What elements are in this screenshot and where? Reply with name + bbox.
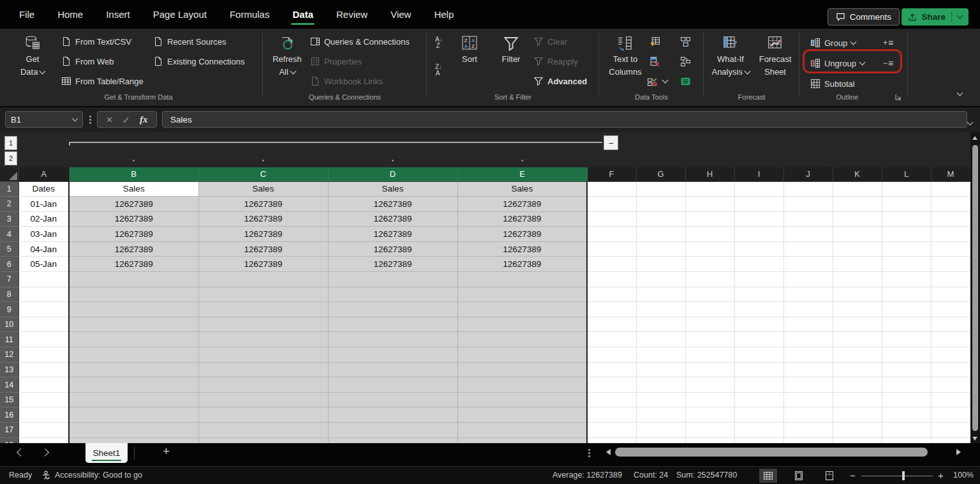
cell-A4[interactable]: 03-Jan (19, 227, 69, 242)
cell-G9[interactable] (636, 302, 685, 317)
cell-G13[interactable] (636, 362, 685, 377)
column-header-I[interactable]: I (734, 167, 783, 181)
cell-A1[interactable]: Dates (19, 181, 69, 197)
cell-G8[interactable] (636, 287, 685, 302)
cell-F11[interactable] (587, 332, 636, 347)
cell-F10[interactable] (587, 317, 636, 332)
cell-C1[interactable]: Sales (198, 181, 328, 197)
cell-I15[interactable] (734, 392, 783, 407)
cell-D3[interactable]: 12627389 (328, 211, 457, 227)
cell-H14[interactable] (685, 377, 734, 393)
cell-J16[interactable] (783, 407, 833, 423)
cell-M16[interactable] (931, 407, 970, 423)
cell-H4[interactable] (685, 227, 734, 242)
text-to-columns-button[interactable]: Text to Columns (605, 35, 646, 77)
cell-F7[interactable] (587, 272, 636, 287)
column-header-B[interactable]: B (69, 167, 198, 181)
cell-A18[interactable] (19, 437, 69, 443)
cell-K13[interactable] (833, 362, 882, 377)
cell-H18[interactable] (685, 437, 734, 443)
sheet-tab-sheet1[interactable]: Sheet1 (85, 443, 128, 463)
cell-E15[interactable] (457, 392, 587, 407)
cell-A16[interactable] (19, 407, 69, 423)
scroll-up-icon[interactable] (972, 136, 977, 140)
cell-K4[interactable] (833, 227, 882, 242)
cell-K15[interactable] (833, 392, 882, 407)
cell-I12[interactable] (734, 347, 783, 363)
cell-M17[interactable] (931, 423, 970, 438)
cell-H1[interactable] (685, 181, 734, 197)
cell-M1[interactable] (931, 181, 970, 197)
cell-G11[interactable] (636, 332, 685, 347)
what-if-analysis-button[interactable]: What-If Analysis (708, 35, 753, 77)
cell-L18[interactable] (882, 437, 931, 443)
cell-K1[interactable] (833, 181, 882, 197)
scrollbar-splitter-handle[interactable] (588, 449, 590, 457)
cell-G1[interactable] (636, 181, 685, 197)
get-data-button[interactable]: Get Data (15, 35, 50, 77)
refresh-all-button[interactable]: Refresh All (268, 35, 306, 77)
cell-M3[interactable] (931, 211, 970, 227)
cell-J2[interactable] (783, 197, 833, 212)
cell-F14[interactable] (587, 377, 636, 393)
row-header-1[interactable]: 1 (0, 181, 19, 197)
comments-button[interactable]: Comments (828, 8, 900, 26)
cell-I10[interactable] (734, 317, 783, 332)
cell-B11[interactable] (69, 332, 198, 347)
cell-H17[interactable] (685, 423, 734, 438)
accessibility-status[interactable]: Accessibility: Good to go (41, 470, 142, 480)
cell-E18[interactable] (457, 437, 587, 443)
cell-K9[interactable] (833, 302, 882, 317)
cell-A12[interactable] (19, 347, 69, 363)
cell-M8[interactable] (931, 287, 970, 302)
cell-K6[interactable] (833, 257, 882, 272)
chevron-down-icon[interactable] (850, 38, 857, 45)
row-header-16[interactable]: 16 (0, 407, 19, 423)
collapse-group-button[interactable]: − (604, 135, 618, 150)
cell-F6[interactable] (587, 257, 636, 272)
remove-duplicates-button[interactable] (650, 54, 660, 68)
column-header-M[interactable]: M (931, 167, 970, 181)
cell-B4[interactable]: 12627389 (69, 227, 198, 242)
cell-B16[interactable] (69, 407, 198, 423)
from-web-button[interactable]: From Web (61, 54, 114, 68)
row-header-2[interactable]: 2 (0, 197, 19, 212)
advanced-filter-button[interactable]: Advanced (533, 74, 587, 88)
row-header-14[interactable]: 14 (0, 377, 19, 393)
cell-H12[interactable] (685, 347, 734, 363)
cell-F9[interactable] (587, 302, 636, 317)
outline-level-2-button[interactable]: 2 (4, 151, 17, 165)
sort-za-button[interactable]: Z↓A (435, 64, 442, 78)
cell-I17[interactable] (734, 423, 783, 438)
cell-B18[interactable] (69, 437, 198, 443)
row-header-13[interactable]: 13 (0, 362, 19, 377)
zoom-in-button[interactable]: + (938, 470, 944, 481)
cell-C17[interactable] (198, 423, 328, 438)
cell-I3[interactable] (734, 211, 783, 227)
cell-I5[interactable] (734, 241, 783, 257)
filter-button[interactable]: Filter (496, 35, 526, 64)
cell-E12[interactable] (457, 347, 587, 363)
cell-E3[interactable]: 12627389 (457, 211, 587, 227)
cell-E1[interactable]: Sales (457, 181, 587, 197)
share-chevron-icon[interactable] (957, 13, 963, 19)
cell-H9[interactable] (685, 302, 734, 317)
data-validation-button[interactable] (647, 74, 667, 88)
menu-tab-view[interactable]: View (389, 6, 412, 22)
cell-K14[interactable] (833, 377, 882, 393)
row-header-11[interactable]: 11 (0, 332, 19, 347)
menu-tab-insert[interactable]: Insert (105, 6, 131, 22)
column-header-G[interactable]: G (636, 167, 685, 181)
view-page-layout-button[interactable] (790, 469, 808, 483)
select-all-corner[interactable] (0, 167, 19, 181)
cell-K8[interactable] (833, 287, 882, 302)
cell-J8[interactable] (783, 287, 833, 302)
menu-tab-file[interactable]: File (18, 6, 36, 22)
menu-tab-home[interactable]: Home (56, 6, 84, 22)
cell-E10[interactable] (457, 317, 587, 332)
cell-A6[interactable]: 05-Jan (19, 257, 69, 272)
horizontal-scrollbar-thumb[interactable] (615, 448, 928, 457)
cell-M10[interactable] (931, 317, 970, 332)
cell-C3[interactable]: 12627389 (198, 211, 328, 227)
cell-D13[interactable] (328, 362, 457, 377)
